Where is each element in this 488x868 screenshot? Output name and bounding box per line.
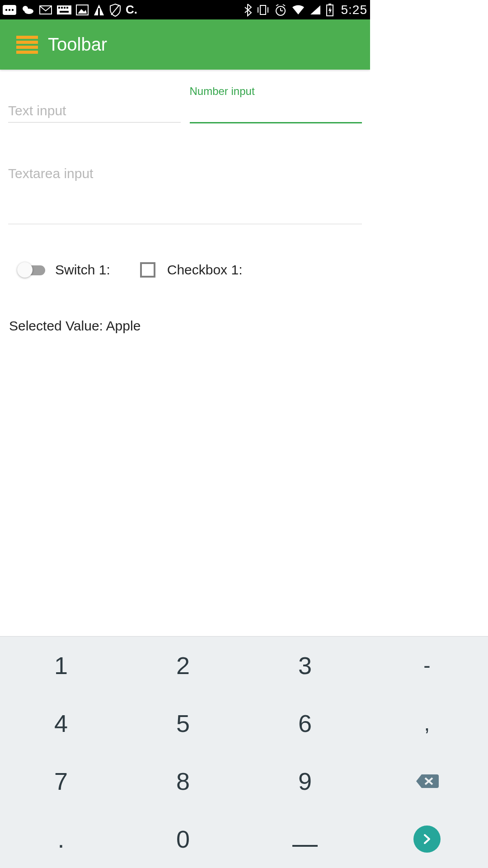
checkbox-wrap: Checkbox 1: [140, 262, 243, 278]
svg-rect-16 [98, 8, 100, 15]
textarea-field [8, 164, 362, 226]
bluetooth-icon [244, 3, 252, 17]
key-1[interactable]: 1 [0, 637, 122, 658]
weather-icon [21, 4, 34, 16]
svg-rect-18 [260, 5, 266, 14]
switch-label: Switch 1: [55, 262, 110, 278]
keyboard-icon [57, 5, 71, 14]
svg-marker-26 [310, 5, 320, 14]
svg-rect-28 [328, 4, 331, 5]
svg-marker-29 [328, 7, 332, 14]
switch-1[interactable] [17, 263, 45, 277]
text-input-field [8, 88, 181, 123]
numeric-keypad: 1 2 3 - 4 5 6 , 7 8 9 . 0 [0, 636, 370, 658]
svg-rect-10 [64, 7, 66, 9]
key-minus[interactable]: - [366, 637, 370, 658]
svg-line-17 [111, 5, 119, 15]
svg-rect-11 [66, 7, 68, 9]
alarm-icon [274, 4, 287, 16]
key-3[interactable]: 3 [244, 637, 366, 658]
svg-point-2 [9, 9, 10, 10]
text-input[interactable] [8, 99, 181, 123]
clock-time: 5:25 [341, 3, 368, 17]
svg-rect-9 [61, 7, 63, 9]
number-input-label: Number input [190, 85, 255, 98]
svg-rect-12 [60, 11, 69, 13]
key-2[interactable]: 2 [122, 637, 244, 658]
app-toolbar: Toolbar [0, 19, 370, 70]
svg-point-1 [5, 9, 7, 10]
svg-rect-8 [58, 7, 60, 9]
status-bar: C. 5:25 [0, 0, 370, 19]
svg-marker-14 [78, 9, 87, 14]
battery-charging-icon [326, 3, 334, 17]
status-right: 5:25 [244, 3, 368, 17]
form-content: Number input Switch 1: Checkbox 1: Selec… [0, 70, 370, 334]
checkbox-label: Checkbox 1: [167, 262, 243, 278]
selected-value-text: Selected Value: Apple [8, 318, 362, 334]
app-icon [93, 4, 105, 16]
switch-wrap: Switch 1: [17, 262, 110, 278]
shield-icon [109, 3, 121, 17]
svg-line-24 [276, 5, 278, 6]
cell-signal-icon [310, 5, 321, 15]
image-icon [76, 5, 89, 15]
checkbox-1[interactable] [140, 262, 155, 278]
vibrate-icon [256, 4, 270, 16]
toolbar-title: Toolbar [48, 34, 107, 55]
hamburger-menu-icon[interactable] [16, 36, 38, 54]
status-left: C. [3, 3, 137, 17]
wifi-icon [291, 5, 305, 15]
svg-point-5 [24, 9, 33, 14]
textarea-input[interactable] [8, 164, 362, 224]
svg-line-25 [283, 5, 285, 6]
letter-c-icon: C. [126, 3, 137, 17]
svg-point-3 [12, 9, 14, 10]
number-input-field: Number input [190, 88, 362, 123]
number-input[interactable] [190, 99, 362, 123]
more-icon [3, 5, 16, 15]
mail-icon [39, 5, 52, 15]
